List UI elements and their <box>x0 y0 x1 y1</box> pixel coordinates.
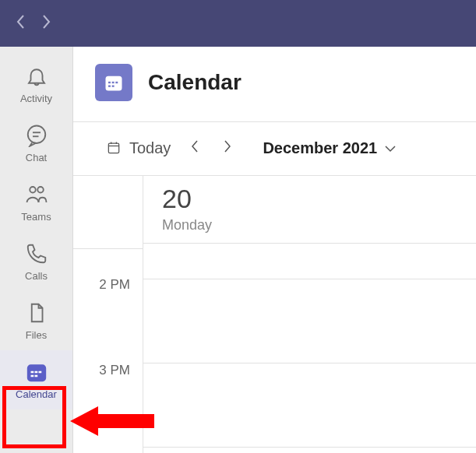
time-slot[interactable] <box>143 244 476 279</box>
day-header: 20 Monday <box>143 176 476 244</box>
rail-item-calls[interactable]: Calls <box>0 232 72 291</box>
svg-rect-10 <box>34 374 37 377</box>
page-header: Calendar <box>73 47 476 122</box>
teams-icon <box>25 183 48 209</box>
file-icon <box>25 301 48 328</box>
app-rail: Activity Chat Teams Calls Files <box>0 47 73 453</box>
prev-button[interactable] <box>186 135 203 161</box>
rail-label: Chat <box>26 152 47 163</box>
svg-point-3 <box>30 187 36 193</box>
day-number: 20 <box>162 184 457 214</box>
time-gutter: 2 PM 3 PM <box>73 176 143 453</box>
rail-label: Activity <box>20 93 52 104</box>
title-bar <box>0 0 476 47</box>
svg-rect-15 <box>108 86 111 87</box>
svg-rect-12 <box>108 82 111 83</box>
forward-icon[interactable] <box>41 13 51 33</box>
rail-item-teams[interactable]: Teams <box>0 173 72 232</box>
svg-rect-9 <box>30 374 33 377</box>
today-button[interactable]: Today <box>106 139 171 157</box>
svg-point-4 <box>37 187 44 193</box>
chat-icon <box>25 124 48 150</box>
svg-rect-7 <box>34 370 37 373</box>
calendar-pane: Calendar Today December 2021 <box>73 47 476 453</box>
date-text: December 2021 <box>263 139 377 157</box>
day-column[interactable]: 20 Monday <box>143 176 476 453</box>
svg-rect-13 <box>112 82 115 83</box>
svg-rect-6 <box>30 370 33 373</box>
date-picker[interactable]: December 2021 <box>263 139 397 157</box>
rail-label: Calls <box>25 270 48 282</box>
calendar-icon <box>25 360 48 387</box>
next-button[interactable] <box>219 135 236 161</box>
svg-point-0 <box>27 125 45 143</box>
rail-label: Teams <box>21 211 51 223</box>
time-label-3pm: 3 PM <box>99 363 130 378</box>
rail-item-calendar[interactable]: Calendar <box>0 350 72 409</box>
page-title: Calendar <box>148 70 242 95</box>
today-label: Today <box>129 139 171 157</box>
bell-icon <box>25 65 48 91</box>
time-slot[interactable] <box>143 279 476 363</box>
svg-rect-8 <box>38 370 41 373</box>
phone-icon <box>25 242 48 269</box>
calendar-app-icon <box>95 64 132 101</box>
time-slot[interactable] <box>143 363 476 448</box>
svg-rect-16 <box>112 86 115 87</box>
rail-label: Files <box>26 329 47 341</box>
svg-rect-17 <box>108 143 118 153</box>
svg-rect-11 <box>106 76 122 91</box>
rail-label: Calendar <box>16 388 57 400</box>
chevron-down-icon <box>383 139 397 157</box>
calendar-grid: 2 PM 3 PM 20 Monday <box>73 176 476 453</box>
svg-rect-14 <box>115 82 118 83</box>
rail-item-chat[interactable]: Chat <box>0 114 72 173</box>
rail-item-files[interactable]: Files <box>0 291 72 350</box>
time-label-2pm: 2 PM <box>99 277 130 293</box>
rail-item-activity[interactable]: Activity <box>0 54 72 114</box>
back-icon[interactable] <box>16 13 26 33</box>
day-of-week: Monday <box>162 217 457 234</box>
calendar-toolbar: Today December 2021 <box>73 122 476 176</box>
